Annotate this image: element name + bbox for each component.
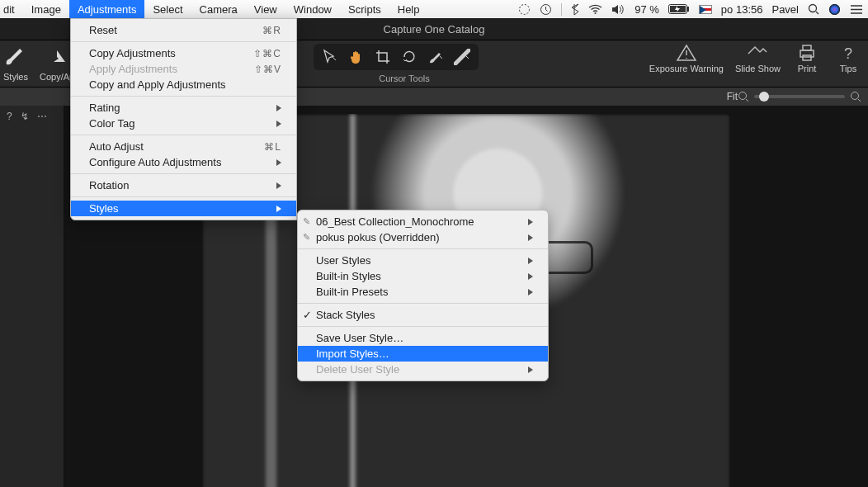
brush-tool-icon[interactable] xyxy=(427,49,444,65)
divider-icon xyxy=(561,3,562,16)
menu-view[interactable]: View xyxy=(246,0,285,18)
bluetooth-icon[interactable] xyxy=(571,3,579,16)
menu-edit[interactable]: dit xyxy=(0,0,23,18)
rotate-tool-icon[interactable] xyxy=(401,49,417,65)
cursor-tools xyxy=(314,44,479,70)
copy-apply-tool[interactable]: Copy/Ap xyxy=(40,44,74,82)
slideshow-icon xyxy=(747,44,768,62)
tips-button[interactable]: ? Tips xyxy=(833,44,863,73)
slide-show-button[interactable]: Slide Show xyxy=(735,44,781,73)
adjustments-item-separator xyxy=(71,41,296,42)
chevron-right-icon xyxy=(276,159,281,166)
volume-icon[interactable] xyxy=(611,4,625,15)
cursor-tools-label: Cursor Tools xyxy=(314,73,495,83)
styles-item-save-user-style[interactable]: Save User Style… xyxy=(298,330,548,346)
chevron-right-icon xyxy=(528,234,533,241)
adjustments-item-reset[interactable]: Reset⌘R xyxy=(71,22,296,38)
adjustments-item-label: Color Tag xyxy=(89,117,134,130)
options-small-icon[interactable]: ↯ xyxy=(21,111,29,122)
adjustments-item-auto-adjust[interactable]: Auto Adjust⌘L xyxy=(71,139,296,154)
crop-tool-icon[interactable] xyxy=(375,49,391,65)
help-icon: ? xyxy=(839,44,857,62)
adjustments-item-configure-auto-adjustments[interactable]: Configure Auto Adjustments xyxy=(71,154,296,170)
styles-item-built-in-styles[interactable]: Built-in Styles xyxy=(298,268,548,284)
styles-item-built-in-presets[interactable]: Built-in Presets xyxy=(298,284,548,300)
adjustments-item-label: Rotation xyxy=(89,179,129,191)
chevron-right-icon xyxy=(528,273,533,280)
adjustments-item-copy-and-apply-adjustments[interactable]: Copy and Apply Adjustments xyxy=(71,77,296,92)
menu-window[interactable]: Window xyxy=(285,0,340,18)
sidebar: ? ↯ ⋯ xyxy=(0,106,64,487)
svg-point-0 xyxy=(520,4,530,14)
styles-submenu: ✎06_Best Collection_Monochrome✎pokus pok… xyxy=(297,210,549,381)
adjustments-item-rotation[interactable]: Rotation xyxy=(71,177,296,193)
chevron-right-icon xyxy=(276,105,281,111)
siri-icon[interactable] xyxy=(828,3,841,16)
pointer-tool-icon[interactable] xyxy=(322,49,338,65)
styles-tool[interactable]: Styles xyxy=(3,44,28,82)
adjustments-item-label: Reset xyxy=(89,24,117,36)
check-icon: ✓ xyxy=(303,309,312,321)
menu-select[interactable]: Select xyxy=(144,0,191,18)
adjustments-item-styles[interactable]: Styles xyxy=(71,201,296,216)
chevron-right-icon xyxy=(528,219,533,225)
help-small-icon[interactable]: ? xyxy=(7,111,12,122)
adjustments-item-label: Auto Adjust xyxy=(89,140,144,153)
adjustments-item-separator xyxy=(71,173,296,174)
user-name[interactable]: Pavel xyxy=(771,3,799,16)
shortcut-label: ⌘R xyxy=(262,25,281,36)
styles-item-label: Built-in Styles xyxy=(316,270,381,282)
input-flag-icon[interactable] xyxy=(699,5,712,14)
menu-adjustments[interactable]: Adjustments xyxy=(69,0,145,18)
adjustments-item-rating[interactable]: Rating xyxy=(71,100,296,116)
chevron-right-icon xyxy=(276,182,281,189)
print-button[interactable]: Print xyxy=(792,44,822,73)
more-icon[interactable]: ⋯ xyxy=(37,111,47,122)
print-label: Print xyxy=(798,64,817,73)
brush-icon xyxy=(3,44,28,69)
styles-item-pokus-pokus-overridden[interactable]: ✎pokus pokus (Overridden) xyxy=(298,229,548,245)
styles-item-label: 06_Best Collection_Monochrome xyxy=(316,215,474,228)
adjustments-item-label: Copy and Apply Adjustments xyxy=(89,78,226,91)
exposure-warning-label: Exposure Warning xyxy=(649,64,724,73)
sync-icon[interactable] xyxy=(518,3,531,16)
styles-item-delete-user-style: Delete User Style xyxy=(298,362,548,377)
timemachine-icon[interactable] xyxy=(540,3,552,16)
styles-item-stack-styles[interactable]: ✓Stack Styles xyxy=(298,307,548,323)
styles-item-import-styles[interactable]: Import Styles… xyxy=(298,346,548,362)
adjustments-item-separator xyxy=(71,96,296,97)
zoom-out-icon[interactable] xyxy=(738,91,749,102)
adjustments-item-label: Rating xyxy=(89,102,120,114)
zoom-in-icon[interactable] xyxy=(850,91,861,102)
notification-center-icon[interactable] xyxy=(850,4,863,15)
styles-item-06-best-collection-monochrome[interactable]: ✎06_Best Collection_Monochrome xyxy=(298,214,548,229)
arrow-down-right-icon xyxy=(45,44,69,69)
fit-label: Fit xyxy=(727,91,738,102)
adjustments-item-copy-adjustments[interactable]: Copy Adjustments⇧⌘C xyxy=(71,45,296,61)
shortcut-label: ⇧⌘V xyxy=(254,64,281,75)
menu-scripts[interactable]: Scripts xyxy=(340,0,389,18)
styles-item-user-styles[interactable]: User Styles xyxy=(298,253,548,268)
adjustments-item-label: Styles xyxy=(89,202,118,215)
battery-icon[interactable] xyxy=(668,4,690,14)
styles-item-label: User Styles xyxy=(316,254,370,267)
menu-image[interactable]: Image xyxy=(23,0,69,18)
pan-tool-icon[interactable] xyxy=(348,49,365,65)
wifi-icon[interactable] xyxy=(588,4,602,14)
exposure-warning-button[interactable]: Exposure Warning xyxy=(649,44,724,73)
adjustments-item-separator xyxy=(71,135,296,135)
svg-point-13 xyxy=(739,92,747,100)
styles-item-label: Stack Styles xyxy=(316,309,375,321)
adjustments-item-color-tag[interactable]: Color Tag xyxy=(71,116,296,131)
brush-small-icon: ✎ xyxy=(303,232,310,243)
clock[interactable]: po 13:56 xyxy=(721,3,763,16)
gradient-tool-icon[interactable] xyxy=(454,49,470,65)
app-menu: dit Image Adjustments Select Camera View… xyxy=(0,0,428,18)
spotlight-icon[interactable] xyxy=(808,3,819,15)
svg-point-14 xyxy=(851,92,859,100)
styles-item-separator xyxy=(298,248,548,249)
menu-camera[interactable]: Camera xyxy=(191,0,246,18)
menu-help[interactable]: Help xyxy=(389,0,428,18)
zoom-slider[interactable] xyxy=(754,95,845,98)
tips-label: Tips xyxy=(840,64,856,73)
